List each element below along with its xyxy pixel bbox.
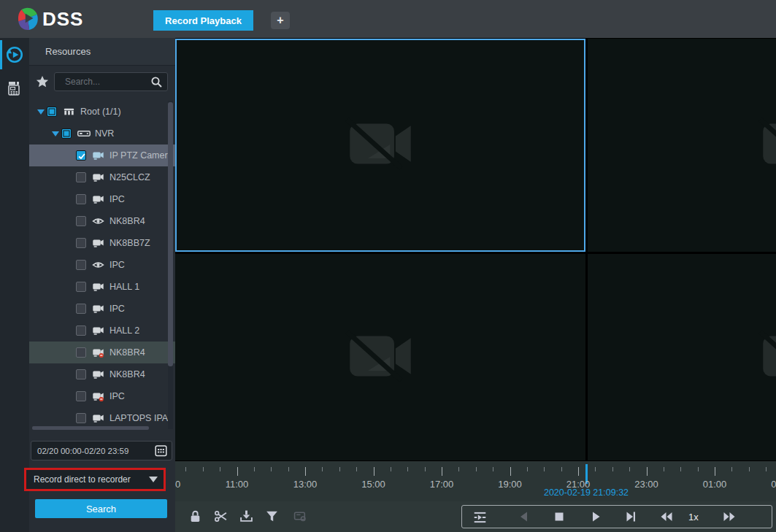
tree-item[interactable]: NK8BR4 <box>29 342 175 363</box>
clip-icon[interactable] <box>214 509 228 524</box>
expander-spacer <box>64 393 76 400</box>
timeline-tick <box>185 467 186 471</box>
rewind-button[interactable] <box>659 510 674 525</box>
tree-horizontal-scrollbar[interactable] <box>32 426 149 430</box>
rail-device-button[interactable] <box>0 72 29 105</box>
checkbox[interactable] <box>76 304 86 314</box>
timeline-tick <box>305 467 306 476</box>
play-button[interactable] <box>589 510 604 525</box>
download-icon[interactable] <box>239 509 254 524</box>
calendar-icon[interactable] <box>155 444 167 457</box>
search-button[interactable]: Search <box>35 499 167 518</box>
checkbox[interactable] <box>76 325 86 336</box>
expander-spacer <box>64 327 76 334</box>
tree-item[interactable]: IP PTZ Camera <box>29 144 175 166</box>
timeline-hour-label: 15:00 <box>361 479 385 490</box>
tree-item[interactable]: NK8BR4 <box>29 210 175 232</box>
timeline-tick <box>203 467 204 471</box>
tree-item-label: IPC <box>110 260 125 270</box>
expander-spacer <box>64 174 76 181</box>
checkbox[interactable] <box>76 216 86 226</box>
checkbox[interactable] <box>76 238 86 248</box>
timeline-tick <box>254 467 255 471</box>
record-playback-icon <box>5 45 24 64</box>
tree-item[interactable]: NK8BB7Z <box>29 232 175 254</box>
tree-vertical-scrollbar[interactable] <box>168 101 173 429</box>
filter-icon[interactable] <box>265 509 280 524</box>
checkbox[interactable] <box>76 347 86 358</box>
checkbox[interactable] <box>76 413 86 423</box>
video-tile[interactable] <box>175 254 585 460</box>
sync-play-button[interactable] <box>472 510 487 525</box>
camera-icon <box>92 325 105 336</box>
timeline-hour-label: 19:00 <box>498 479 522 490</box>
checkbox[interactable] <box>76 172 86 182</box>
tree-item[interactable]: IPC <box>29 188 175 210</box>
no-video-icon <box>758 117 776 174</box>
tree-item-label: LAPTOPS IPA <box>110 413 168 423</box>
video-tile[interactable] <box>175 39 585 252</box>
tree-item-label: NK8BR4 <box>110 347 145 358</box>
playback-control-bar: 1x <box>461 505 772 528</box>
next-frame-button[interactable] <box>624 510 639 525</box>
checkbox[interactable] <box>76 260 86 270</box>
tree-item[interactable]: Root (1/1) <box>29 101 175 123</box>
tree-item[interactable]: IPC <box>29 298 175 320</box>
camera-icon <box>92 237 105 249</box>
rail-record-playback-button[interactable] <box>0 38 29 72</box>
add-tab-button[interactable]: + <box>271 12 290 29</box>
camera-off-icon <box>92 347 105 358</box>
video-tile[interactable] <box>588 254 776 460</box>
checkbox[interactable] <box>47 107 57 117</box>
reverse-play-button[interactable] <box>518 510 532 525</box>
camera-icon <box>92 171 105 183</box>
speed-label[interactable]: 1x <box>688 512 699 523</box>
checkbox[interactable] <box>76 150 86 161</box>
expander-spacer <box>64 415 76 422</box>
tree-item-label: NVR <box>95 128 114 139</box>
tree-item-label: IPC <box>110 304 125 314</box>
search-icon[interactable] <box>150 76 163 88</box>
tree-item[interactable]: IPC <box>29 254 175 276</box>
scrollbar-thumb[interactable] <box>168 102 173 366</box>
timeline-tick <box>237 467 238 476</box>
time-range-field[interactable]: 02/20 00:00-02/20 23:59 <box>31 441 172 460</box>
timeline-tick <box>629 467 630 471</box>
eye-icon <box>92 215 105 227</box>
stop-button[interactable] <box>553 510 567 525</box>
playback-timeline[interactable]: 2020-02-19 21:09:32 09:0011:0013:0015:00… <box>175 461 776 501</box>
tree-item[interactable]: NVR <box>29 123 175 144</box>
checkbox[interactable] <box>76 391 86 401</box>
timeline-tick <box>544 467 545 471</box>
expander-icon[interactable] <box>35 108 47 115</box>
expander-spacer <box>64 305 76 312</box>
time-range-value: 02/20 00:00-02/20 23:59 <box>31 447 155 455</box>
video-tile[interactable] <box>588 39 776 252</box>
camera-icon <box>92 281 105 293</box>
tree-item[interactable]: IPC <box>29 385 175 407</box>
tree-item[interactable]: N25CLCZ <box>29 166 175 188</box>
checkbox[interactable] <box>76 369 86 379</box>
camera-icon <box>92 412 105 424</box>
fast-forward-button[interactable] <box>722 510 737 525</box>
tab-record-playback[interactable]: Record Playback <box>153 10 253 31</box>
checkbox[interactable] <box>76 194 86 204</box>
checkbox[interactable] <box>76 282 86 292</box>
record-source-dropdown[interactable]: Record direct to recorder <box>26 470 164 489</box>
lock-icon[interactable] <box>188 509 203 524</box>
tree-item-label: IPC <box>110 391 125 401</box>
favorite-star-icon[interactable] <box>36 75 49 88</box>
tree-item[interactable]: HALL 1 <box>29 276 175 298</box>
dss-app: DSS Record Playback + Resources <box>0 0 776 532</box>
expander-icon[interactable] <box>50 130 61 137</box>
tree-item[interactable]: HALL 2 <box>29 320 175 342</box>
tree-item-label: Root (1/1) <box>80 107 121 117</box>
dss-logo: DSS <box>16 7 83 31</box>
checkbox[interactable] <box>61 128 72 139</box>
left-rail <box>0 38 29 532</box>
logo-text: DSS <box>42 8 83 31</box>
tree-item[interactable]: NK8BR4 <box>29 363 175 385</box>
timeline-tick <box>715 467 715 476</box>
tag-search-icon <box>293 509 308 524</box>
top-bar: DSS Record Playback + <box>0 0 776 38</box>
